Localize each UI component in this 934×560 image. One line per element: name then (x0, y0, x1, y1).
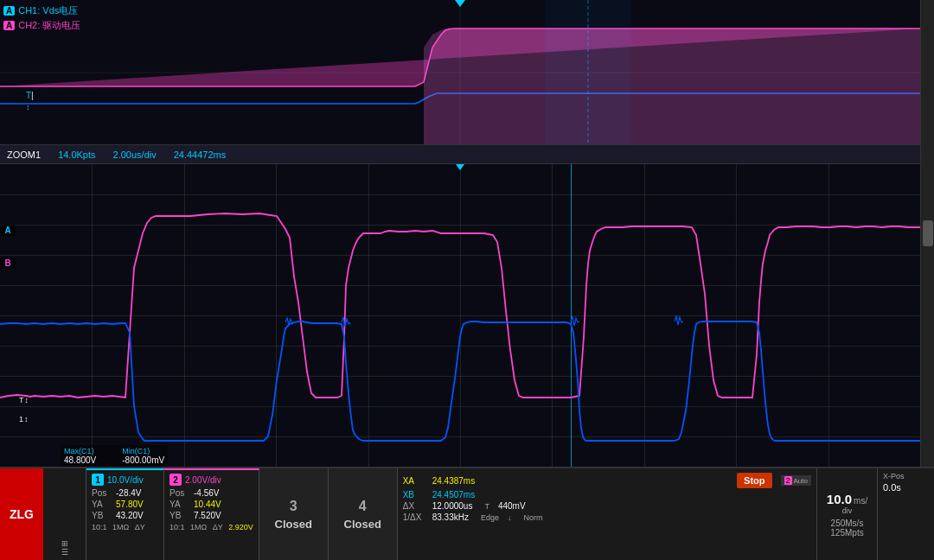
stop-button[interactable]: Stop (737, 473, 771, 488)
timebase-unit: ms/ (854, 496, 867, 506)
ch1-indicator: A (3, 6, 15, 16)
right-scrollbar[interactable] (920, 0, 934, 467)
norm-label: Norm (523, 513, 542, 522)
ch1-number: 1 (92, 474, 104, 486)
ch1-yb-label: YB (92, 511, 116, 520)
svg-rect-3 (545, 0, 631, 145)
freq-value: 83.33kHz (432, 512, 469, 522)
xpos-label: X-Pos (883, 472, 929, 480)
zoom-waveform-svg (0, 164, 920, 467)
ch2-trig-badge: 2 (784, 476, 792, 485)
measurements-display: Max(C1) 48.800V Min(C1) -800.00mV (61, 445, 168, 467)
xpos-value: 0.0s (883, 482, 929, 493)
max-c1-value: 48.800V (64, 455, 96, 465)
ch1-ref-marker2: ↕ (26, 102, 30, 111)
overview-waveform-svg (0, 0, 920, 145)
ch2-pos-value: -4.56V (194, 488, 219, 498)
ch1-yb-value: 43.20V (116, 511, 144, 520)
ch3-closed-block[interactable]: 3 Closed (259, 468, 329, 560)
time-offset-label: 24.44472ms (174, 150, 227, 160)
ch2-pos-label: Pos (170, 488, 194, 498)
max-c1-label: Max(C1) (64, 447, 96, 455)
ch2-delta-y: 2.920V (228, 523, 253, 531)
ch1-ref-marker: T| (26, 91, 34, 100)
arrow-down: ↓ (508, 513, 512, 522)
xa-value: 24.4387ms (432, 476, 475, 486)
timebase-block: 10.0 ms/ div 250Ms/s 125Mpts (817, 468, 878, 560)
ch2-ya-label: YA (170, 500, 194, 509)
xa-label: XA (403, 476, 427, 486)
ch1-info-block: 1 10.0V/div Pos -28.4V YA 57.80V YB 43.2… (86, 468, 164, 560)
ch1-footer1: 10:1 (92, 523, 107, 531)
ch1-pos-label: Pos (92, 488, 116, 498)
t-label: T (484, 502, 489, 511)
ch2-footer1: 10:1 (170, 523, 185, 531)
xb-label: XB (403, 490, 427, 500)
ch1-arrow: ΔY (135, 523, 145, 531)
overview-panel: A CH1: Vds电压 A CH2: 驱动电压 (0, 0, 920, 145)
ch1-ya-label: YA (92, 500, 116, 509)
ch4-closed-block[interactable]: 4 Closed (329, 468, 398, 560)
menu-icon[interactable]: ☰ (61, 548, 68, 557)
ch1-pos-value: -28.4V (116, 488, 141, 498)
xb-value: 24.4507ms (432, 490, 475, 500)
ch2-ya-value: 10.44V (194, 500, 221, 509)
auto-label: Auto (794, 477, 808, 485)
scope-icon: ⊞ (61, 539, 68, 548)
ch2-arrow: ΔY (213, 523, 223, 531)
t-value: 440mV (498, 501, 526, 511)
ch2-div: 2.00V/div (185, 475, 221, 485)
sample-rate: 250Ms/s (831, 519, 864, 528)
ch4-number: 4 (359, 499, 367, 514)
delta-x-value: 12.0000us (432, 501, 473, 511)
ch2-info-block: 2 2.00V/div Pos -4.56V YA 10.44V YB 7.52… (164, 468, 259, 560)
ch2-footer2: 1MΩ (190, 523, 207, 531)
ch3-number: 3 (290, 499, 297, 514)
memory-depth: 125Mpts (830, 528, 863, 538)
freq-label: 1/ΔX (403, 512, 427, 522)
ch2-yb-value: 7.520V (194, 511, 221, 520)
min-c1-value: -800.00mV (122, 455, 164, 465)
timebase-subdiv: div (842, 506, 853, 515)
measurement-panel: XA 24.4387ms Stop 2 Auto XB 24.4507ms ΔX… (398, 468, 817, 560)
zoom-label: ZOOM1 (7, 150, 41, 160)
ch2-indicator: A (3, 21, 15, 30)
ch2-trig-indicator: 2 Auto (781, 475, 811, 486)
ch2-yb-label: YB (170, 511, 194, 520)
time-div-label: 2.00us/div (113, 150, 157, 160)
zoom-waveform-panel: A B T↕ 1↕ Max(C1) 48.800V (0, 164, 920, 467)
ch1-div: 10.0V/div (107, 475, 144, 485)
ch1-ya-value: 57.80V (116, 500, 144, 509)
ch3-closed-label: Closed (275, 518, 312, 531)
min-c1-label: Min(C1) (122, 447, 164, 455)
zoom-info-bar: ZOOM1 14.0Kpts 2.00us/div 24.44472ms (0, 145, 920, 164)
kpts-label: 14.0Kpts (58, 150, 95, 160)
timebase-value: 10.0 (827, 492, 852, 506)
xpos-block: X-Pos 0.0s (878, 468, 934, 560)
ch2-name-label: CH2: 驱动电压 (18, 19, 80, 32)
delta-x-label: ΔX (403, 501, 427, 511)
edge-label: Edge (481, 513, 499, 522)
ch2-number: 2 (170, 474, 182, 486)
zlg-logo: ZLG (0, 468, 43, 560)
bottom-control-panel: ZLG ⊞ ☰ 1 10.0V/div Pos -28.4V YA 57.80V… (0, 467, 934, 560)
ch4-closed-label: Closed (344, 518, 381, 531)
ch1-name-label: CH1: Vds电压 (18, 4, 78, 17)
scrollbar-thumb[interactable] (923, 220, 933, 246)
ch1-footer2: 1MΩ (112, 523, 129, 531)
oscilloscope-display: A CH1: Vds电压 A CH2: 驱动电压 (0, 0, 920, 467)
